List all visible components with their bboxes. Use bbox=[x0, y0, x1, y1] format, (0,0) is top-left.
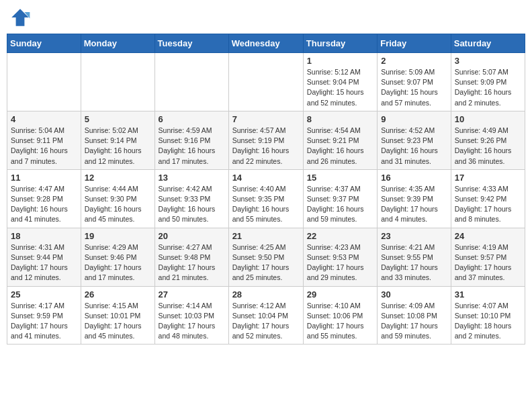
day-info: Sunrise: 5:02 AM Sunset: 9:14 PM Dayligh… bbox=[85, 126, 151, 167]
day-info: Sunrise: 5:12 AM Sunset: 9:04 PM Dayligh… bbox=[307, 67, 373, 108]
day-number: 24 bbox=[455, 231, 521, 241]
calendar-cell: 16Sunrise: 4:35 AM Sunset: 9:39 PM Dayli… bbox=[378, 169, 451, 228]
calendar-cell: 3Sunrise: 5:07 AM Sunset: 9:09 PM Daylig… bbox=[451, 53, 525, 111]
page-header bbox=[7, 7, 525, 28]
day-number: 12 bbox=[85, 173, 151, 183]
day-info: Sunrise: 5:04 AM Sunset: 9:11 PM Dayligh… bbox=[11, 126, 77, 167]
calendar-cell: 5Sunrise: 5:02 AM Sunset: 9:14 PM Daylig… bbox=[81, 111, 154, 169]
calendar-cell: 29Sunrise: 4:10 AM Sunset: 10:06 PM Dayl… bbox=[303, 286, 377, 345]
day-number: 10 bbox=[455, 114, 521, 124]
day-number: 15 bbox=[307, 173, 373, 183]
day-info: Sunrise: 4:59 AM Sunset: 9:16 PM Dayligh… bbox=[159, 126, 225, 167]
day-number: 14 bbox=[232, 173, 300, 183]
calendar-cell: 4Sunrise: 5:04 AM Sunset: 9:11 PM Daylig… bbox=[7, 111, 81, 169]
calendar-cell bbox=[81, 53, 154, 111]
day-info: Sunrise: 5:07 AM Sunset: 9:09 PM Dayligh… bbox=[455, 67, 521, 108]
calendar-cell: 6Sunrise: 4:59 AM Sunset: 9:16 PM Daylig… bbox=[154, 111, 228, 169]
calendar-week-3: 11Sunrise: 4:47 AM Sunset: 9:28 PM Dayli… bbox=[7, 169, 525, 228]
col-header-thursday: Thursday bbox=[303, 34, 377, 53]
day-number: 26 bbox=[85, 289, 151, 300]
day-number: 23 bbox=[381, 231, 447, 241]
day-number: 11 bbox=[11, 173, 77, 183]
day-number: 7 bbox=[232, 114, 300, 124]
calendar-cell: 14Sunrise: 4:40 AM Sunset: 9:35 PM Dayli… bbox=[228, 169, 303, 228]
day-number: 9 bbox=[381, 114, 447, 124]
calendar-cell: 12Sunrise: 4:44 AM Sunset: 9:30 PM Dayli… bbox=[81, 169, 154, 228]
day-info: Sunrise: 4:10 AM Sunset: 10:06 PM Daylig… bbox=[307, 301, 373, 342]
calendar-cell: 31Sunrise: 4:07 AM Sunset: 10:10 PM Dayl… bbox=[451, 286, 525, 345]
day-number: 19 bbox=[85, 231, 151, 241]
calendar-week-1: 1Sunrise: 5:12 AM Sunset: 9:04 PM Daylig… bbox=[7, 53, 525, 111]
calendar-cell bbox=[154, 53, 228, 111]
day-info: Sunrise: 4:21 AM Sunset: 9:55 PM Dayligh… bbox=[381, 242, 447, 283]
day-number: 27 bbox=[159, 289, 225, 300]
calendar-cell: 25Sunrise: 4:17 AM Sunset: 9:59 PM Dayli… bbox=[7, 286, 81, 345]
calendar-header-row: SundayMondayTuesdayWednesdayThursdayFrid… bbox=[7, 34, 525, 53]
calendar-cell: 8Sunrise: 4:54 AM Sunset: 9:21 PM Daylig… bbox=[303, 111, 377, 169]
day-number: 28 bbox=[232, 289, 300, 300]
day-number: 6 bbox=[159, 114, 225, 124]
day-info: Sunrise: 4:35 AM Sunset: 9:39 PM Dayligh… bbox=[381, 184, 447, 225]
day-number: 16 bbox=[381, 173, 447, 183]
day-number: 30 bbox=[381, 289, 447, 300]
day-info: Sunrise: 4:17 AM Sunset: 9:59 PM Dayligh… bbox=[11, 301, 77, 342]
calendar-cell: 30Sunrise: 4:09 AM Sunset: 10:08 PM Dayl… bbox=[378, 286, 451, 345]
logo-icon bbox=[9, 7, 31, 28]
day-number: 22 bbox=[307, 231, 373, 241]
day-info: Sunrise: 5:09 AM Sunset: 9:07 PM Dayligh… bbox=[381, 67, 447, 108]
col-header-tuesday: Tuesday bbox=[154, 34, 228, 53]
calendar-week-2: 4Sunrise: 5:04 AM Sunset: 9:11 PM Daylig… bbox=[7, 111, 525, 169]
day-info: Sunrise: 4:09 AM Sunset: 10:08 PM Daylig… bbox=[381, 301, 447, 342]
calendar-cell: 13Sunrise: 4:42 AM Sunset: 9:33 PM Dayli… bbox=[154, 169, 228, 228]
day-info: Sunrise: 4:12 AM Sunset: 10:04 PM Daylig… bbox=[232, 301, 300, 342]
calendar-cell: 26Sunrise: 4:15 AM Sunset: 10:01 PM Dayl… bbox=[81, 286, 154, 345]
day-number: 20 bbox=[159, 231, 225, 241]
day-number: 3 bbox=[455, 56, 521, 66]
calendar-cell: 21Sunrise: 4:25 AM Sunset: 9:50 PM Dayli… bbox=[228, 228, 303, 286]
col-header-friday: Friday bbox=[378, 34, 451, 53]
day-info: Sunrise: 4:52 AM Sunset: 9:23 PM Dayligh… bbox=[381, 126, 447, 167]
day-info: Sunrise: 4:37 AM Sunset: 9:37 PM Dayligh… bbox=[307, 184, 373, 225]
calendar-cell bbox=[7, 53, 81, 111]
day-number: 13 bbox=[159, 173, 225, 183]
calendar-cell: 28Sunrise: 4:12 AM Sunset: 10:04 PM Dayl… bbox=[228, 286, 303, 345]
col-header-monday: Monday bbox=[81, 34, 154, 53]
day-number: 31 bbox=[455, 289, 521, 300]
day-number: 1 bbox=[307, 56, 373, 66]
calendar-cell: 22Sunrise: 4:23 AM Sunset: 9:53 PM Dayli… bbox=[303, 228, 377, 286]
day-info: Sunrise: 4:23 AM Sunset: 9:53 PM Dayligh… bbox=[307, 242, 373, 283]
col-header-sunday: Sunday bbox=[7, 34, 81, 53]
day-info: Sunrise: 4:27 AM Sunset: 9:48 PM Dayligh… bbox=[159, 242, 225, 283]
calendar-cell: 20Sunrise: 4:27 AM Sunset: 9:48 PM Dayli… bbox=[154, 228, 228, 286]
svg-marker-0 bbox=[11, 9, 29, 26]
calendar-cell: 15Sunrise: 4:37 AM Sunset: 9:37 PM Dayli… bbox=[303, 169, 377, 228]
day-info: Sunrise: 4:54 AM Sunset: 9:21 PM Dayligh… bbox=[307, 126, 373, 167]
day-number: 2 bbox=[381, 56, 447, 66]
calendar-cell: 2Sunrise: 5:09 AM Sunset: 9:07 PM Daylig… bbox=[378, 53, 451, 111]
calendar-week-4: 18Sunrise: 4:31 AM Sunset: 9:44 PM Dayli… bbox=[7, 228, 525, 286]
day-info: Sunrise: 4:19 AM Sunset: 9:57 PM Dayligh… bbox=[455, 242, 521, 283]
calendar-cell: 23Sunrise: 4:21 AM Sunset: 9:55 PM Dayli… bbox=[378, 228, 451, 286]
calendar-cell: 1Sunrise: 5:12 AM Sunset: 9:04 PM Daylig… bbox=[303, 53, 377, 111]
calendar-cell: 24Sunrise: 4:19 AM Sunset: 9:57 PM Dayli… bbox=[451, 228, 525, 286]
day-info: Sunrise: 4:14 AM Sunset: 10:03 PM Daylig… bbox=[159, 301, 225, 342]
calendar-cell: 27Sunrise: 4:14 AM Sunset: 10:03 PM Dayl… bbox=[154, 286, 228, 345]
day-info: Sunrise: 4:25 AM Sunset: 9:50 PM Dayligh… bbox=[232, 242, 300, 283]
calendar-cell: 11Sunrise: 4:47 AM Sunset: 9:28 PM Dayli… bbox=[7, 169, 81, 228]
day-number: 29 bbox=[307, 289, 373, 300]
calendar-cell: 7Sunrise: 4:57 AM Sunset: 9:19 PM Daylig… bbox=[228, 111, 303, 169]
day-info: Sunrise: 4:07 AM Sunset: 10:10 PM Daylig… bbox=[455, 301, 521, 342]
day-info: Sunrise: 4:29 AM Sunset: 9:46 PM Dayligh… bbox=[85, 242, 151, 283]
calendar-cell: 10Sunrise: 4:49 AM Sunset: 9:26 PM Dayli… bbox=[451, 111, 525, 169]
day-number: 25 bbox=[11, 289, 77, 300]
day-info: Sunrise: 4:57 AM Sunset: 9:19 PM Dayligh… bbox=[232, 126, 300, 167]
day-info: Sunrise: 4:33 AM Sunset: 9:42 PM Dayligh… bbox=[455, 184, 521, 225]
calendar-cell: 9Sunrise: 4:52 AM Sunset: 9:23 PM Daylig… bbox=[378, 111, 451, 169]
calendar-cell: 17Sunrise: 4:33 AM Sunset: 9:42 PM Dayli… bbox=[451, 169, 525, 228]
day-number: 21 bbox=[232, 231, 300, 241]
col-header-saturday: Saturday bbox=[451, 34, 525, 53]
calendar-table: SundayMondayTuesdayWednesdayThursdayFrid… bbox=[7, 34, 525, 345]
day-info: Sunrise: 4:40 AM Sunset: 9:35 PM Dayligh… bbox=[232, 184, 300, 225]
day-number: 8 bbox=[307, 114, 373, 124]
day-info: Sunrise: 4:47 AM Sunset: 9:28 PM Dayligh… bbox=[11, 184, 77, 225]
